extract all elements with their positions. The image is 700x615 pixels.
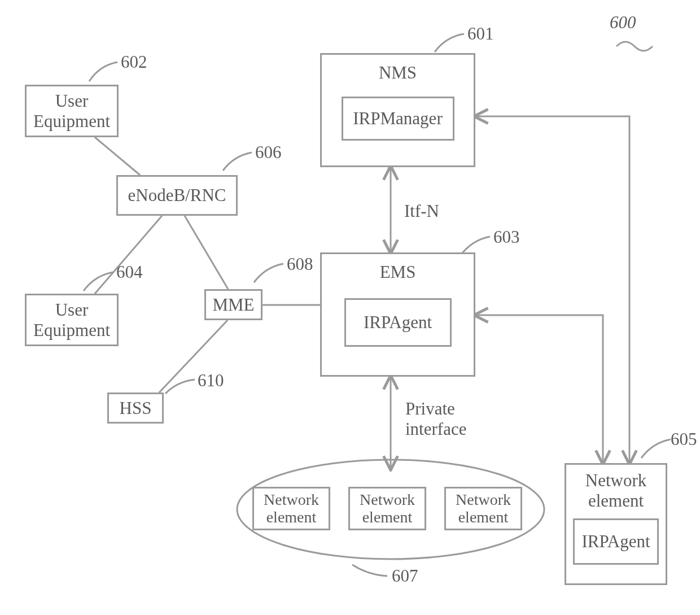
ref-610: 610 xyxy=(198,370,224,391)
svg-line-0 xyxy=(95,137,140,175)
link-itfn: Itf-N xyxy=(404,201,439,221)
ref-602: 602 xyxy=(121,52,147,72)
ref-607: 607 xyxy=(392,566,418,586)
ne-irp-title: Network element xyxy=(585,470,646,511)
hss-box: HSS xyxy=(107,392,164,424)
ne-irp-box: Network element IRPAgent xyxy=(565,463,667,585)
ne-small-3: Network element xyxy=(444,487,522,530)
ref-606: 606 xyxy=(255,142,282,163)
ue2-label: User Equipment xyxy=(33,300,110,340)
ref-604: 604 xyxy=(116,262,143,282)
irpmanager-box: IRPManager xyxy=(342,97,454,141)
nms-box: NMS IRPManager xyxy=(320,53,475,167)
ne-small-1: Network element xyxy=(252,487,330,530)
link-private: Private interface xyxy=(405,399,466,439)
nms-title: NMS xyxy=(379,63,417,83)
ue2-box: User Equipment xyxy=(25,294,119,346)
ne-irp-inner: IRPAgent xyxy=(573,518,659,565)
svg-line-2 xyxy=(185,216,228,289)
enodeb-box: eNodeB/RNC xyxy=(116,175,238,216)
ref-608: 608 xyxy=(287,254,313,274)
ref-603: 603 xyxy=(493,227,520,247)
hss-label: HSS xyxy=(120,398,152,418)
mme-box: MME xyxy=(204,289,262,320)
ref-600: 600 xyxy=(610,12,636,33)
ref-605: 605 xyxy=(671,429,697,450)
ref-601: 601 xyxy=(467,24,494,44)
ne-small-2: Network element xyxy=(348,487,426,530)
ue1-label: User Equipment xyxy=(33,91,110,131)
diagram-canvas: 600 NMS IRPManager 601 EMS IRPAgent 603 … xyxy=(0,0,700,615)
ue1-box: User Equipment xyxy=(25,85,119,137)
ems-title: EMS xyxy=(380,262,416,282)
enodeb-label: eNodeB/RNC xyxy=(128,185,226,206)
ems-box: EMS IRPAgent xyxy=(320,252,475,377)
mme-label: MME xyxy=(212,295,254,315)
ems-irpagent-box: IRPAgent xyxy=(344,298,452,347)
